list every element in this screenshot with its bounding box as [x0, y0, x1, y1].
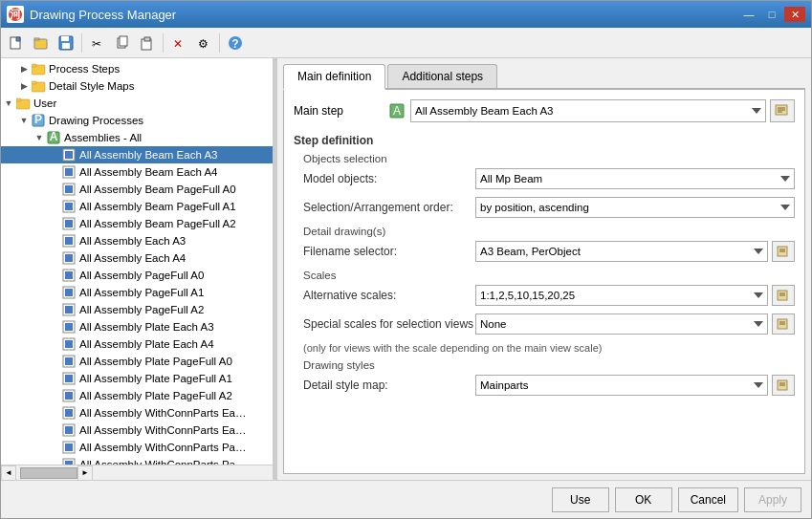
svg-rect-4: [34, 38, 39, 40]
tree-item-process-steps[interactable]: ▶Process Steps: [1, 60, 273, 77]
tree-item-label: All Assembly WithConnParts Ea…: [79, 407, 246, 419]
tree-expander[interactable]: ▶: [16, 61, 32, 76]
tree-item-label: Drawing Processes: [49, 115, 143, 126]
new-button[interactable]: [5, 32, 28, 54]
tree-item-item16[interactable]: All Assembly WithConnParts Ea…: [1, 404, 273, 422]
main-step-select[interactable]: All Assembly Beam Each A3: [410, 99, 766, 122]
tree-item-label: All Assembly Plate Each A4: [79, 338, 214, 350]
tree-item-item4[interactable]: All Assembly Beam PageFull A1: [1, 198, 273, 215]
special-scales-select[interactable]: None: [475, 314, 768, 335]
tree-item-item6[interactable]: All Assembly Each A3: [1, 232, 273, 249]
apply-button[interactable]: Apply: [744, 487, 801, 512]
svg-rect-62: [65, 443, 73, 451]
svg-rect-30: [65, 168, 73, 176]
main-step-edit-button[interactable]: [770, 99, 795, 122]
tree-item-item9[interactable]: All Assembly PageFull A1: [1, 284, 273, 301]
special-scales-label: Special scales for selection views: [303, 317, 475, 331]
tab-additional-steps[interactable]: Additional steps: [387, 64, 497, 88]
svg-text:A: A: [393, 104, 401, 118]
alternative-scales-edit-button[interactable]: [772, 285, 795, 306]
main-window: 河 Drawing Process Manager — □ ✕ ✂: [0, 0, 812, 519]
tree-item-detail-style-maps[interactable]: ▶Detail Style Maps: [1, 77, 273, 95]
title-bar: 河 Drawing Process Manager — □ ✕: [1, 1, 811, 28]
item-icon: [62, 216, 77, 231]
delete-button[interactable]: ✕: [167, 32, 190, 54]
special-scales-edit-button[interactable]: [772, 314, 795, 335]
ok-button[interactable]: OK: [615, 487, 672, 512]
tree-item-item17[interactable]: All Assembly WithConnParts Ea…: [1, 422, 273, 439]
tree-item-item12[interactable]: All Assembly Plate Each A4: [1, 335, 273, 353]
help-button[interactable]: ?: [224, 32, 247, 54]
cancel-button[interactable]: Cancel: [678, 487, 738, 512]
toolbar: ✂ ✕ ⚙ ?: [1, 28, 811, 58]
tree-expander[interactable]: ▶: [16, 78, 32, 94]
model-objects-row: Model objects: All Mp Beam: [303, 168, 795, 189]
svg-rect-58: [65, 409, 73, 417]
tree-item-item13[interactable]: All Assembly Plate PageFull A0: [1, 353, 273, 370]
tree-item-drawing-processes[interactable]: ▼PDrawing Processes: [1, 112, 273, 129]
horizontal-scrollbar[interactable]: ◄ ►: [1, 465, 273, 480]
tree-item-label: All Assembly PageFull A0: [79, 270, 204, 281]
tab-content-main-definition: Main step A All Assembly Beam Each A3: [283, 90, 805, 474]
cut-button[interactable]: ✂: [86, 32, 109, 54]
save-button[interactable]: [55, 32, 77, 54]
tree-item-item11[interactable]: All Assembly Plate Each A3: [1, 318, 273, 335]
detail-style-map-label: Detail style map:: [303, 378, 475, 392]
main-step-icon: A: [389, 103, 405, 119]
tree-item-item1[interactable]: All Assembly Beam Each A3: [1, 146, 273, 163]
minimize-button[interactable]: —: [738, 7, 759, 22]
tree-item-item10[interactable]: All Assembly PageFull A2: [1, 301, 273, 318]
process-icon: P: [32, 113, 47, 128]
item-icon: [62, 182, 77, 197]
tree-item-user[interactable]: ▼User: [1, 95, 273, 112]
filename-selector-edit-button[interactable]: [772, 241, 795, 262]
scroll-left-arrow[interactable]: ◄: [1, 465, 16, 481]
step-definition-content: Objects selection Model objects: All Mp …: [294, 153, 795, 396]
scroll-right-arrow[interactable]: ►: [77, 465, 93, 481]
model-objects-select[interactable]: All Mp Beam: [475, 168, 795, 189]
window-title: Drawing Process Manager: [30, 8, 176, 22]
tree-item-item14[interactable]: All Assembly Plate PageFull A1: [1, 370, 273, 387]
tree-item-item19[interactable]: All Assembly WithConnParts Pa…: [1, 456, 273, 465]
tree-item-item7[interactable]: All Assembly Each A4: [1, 249, 273, 267]
detail-style-map-select[interactable]: Mainparts: [475, 375, 768, 396]
tree-expander[interactable]: ▼: [16, 113, 32, 128]
detail-style-map-edit-button[interactable]: [772, 375, 795, 396]
tree-item-item2[interactable]: All Assembly Beam Each A4: [1, 163, 273, 181]
close-button[interactable]: ✕: [784, 7, 805, 22]
selection-order-select[interactable]: by position, ascending: [475, 197, 795, 218]
use-button[interactable]: Use: [552, 487, 609, 512]
detail-style-map-control: Mainparts: [475, 375, 795, 396]
tree-item-item18[interactable]: All Assembly WithConnParts Pa…: [1, 439, 273, 456]
edit-doc-icon-3: [777, 318, 790, 330]
alternative-scales-select[interactable]: 1:1,2,5,10,15,20,25: [475, 285, 768, 306]
maximize-button[interactable]: □: [761, 7, 782, 22]
tree-expander[interactable]: ▼: [32, 130, 47, 145]
tree-item-label: All Assembly PageFull A1: [79, 287, 204, 298]
svg-rect-22: [16, 98, 21, 101]
main-step-label: Main step: [294, 104, 380, 118]
item-icon: [62, 199, 77, 214]
tab-main-definition[interactable]: Main definition: [283, 64, 385, 90]
svg-rect-6: [61, 36, 69, 41]
tree-item-item15[interactable]: All Assembly Plate PageFull A2: [1, 387, 273, 404]
tree-item-label: All Assembly Beam PageFull A1: [79, 201, 236, 212]
assembly-icon: A: [47, 130, 62, 145]
tree-item-item3[interactable]: All Assembly Beam PageFull A0: [1, 181, 273, 198]
open-button[interactable]: [30, 32, 53, 54]
edit-doc-icon-2: [777, 290, 790, 301]
paste-button[interactable]: [136, 32, 159, 54]
scroll-thumb[interactable]: [20, 467, 77, 479]
tree-item-item5[interactable]: All Assembly Beam PageFull A2: [1, 215, 273, 232]
properties-button[interactable]: ⚙: [192, 32, 215, 54]
tree-item-item8[interactable]: All Assembly PageFull A0: [1, 267, 273, 284]
svg-rect-34: [65, 203, 73, 210]
filename-selector-select[interactable]: A3 Beam, PerObject: [475, 241, 768, 262]
svg-rect-56: [65, 392, 73, 400]
tree-item-assemblies-all[interactable]: ▼AAssemblies - All: [1, 129, 273, 146]
svg-rect-28: [65, 151, 73, 159]
tree-item-label: User: [33, 97, 56, 109]
copy-button[interactable]: [111, 32, 134, 54]
tree-scroll[interactable]: ▶Process Steps▶Detail Style Maps▼User▼PD…: [1, 58, 273, 465]
tree-expander[interactable]: ▼: [1, 96, 16, 111]
